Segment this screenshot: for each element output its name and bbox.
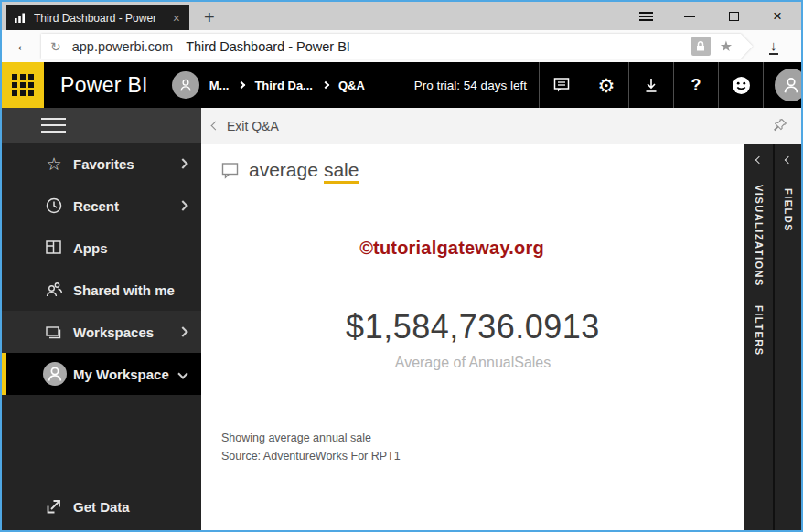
card-visual: $1,584,736.0913 Average of AnnualSales <box>201 308 744 371</box>
window-controls: × <box>624 2 799 30</box>
maximize-icon <box>729 12 739 21</box>
filters-panel-label[interactable]: FILTERS <box>754 305 765 356</box>
chevron-right-icon <box>177 326 187 336</box>
app-launcher-button[interactable] <box>2 62 44 108</box>
new-tab-button[interactable]: + <box>204 8 215 27</box>
sidebar: ☆ Favorites Recent <box>2 108 201 530</box>
powerbi-nav-bar: Power BI M... Third Da... Q&A Pro trial:… <box>2 62 801 108</box>
fields-panel-label[interactable]: FIELDS <box>783 188 794 232</box>
browser-tab[interactable]: Third Dashboard - Power × <box>6 5 189 30</box>
downloads-button[interactable]: ↓ <box>769 38 778 55</box>
favorite-star-icon[interactable]: ★ <box>720 37 733 55</box>
sidebar-item-my-workspace[interactable]: My Workspace <box>2 353 201 395</box>
close-window-button[interactable]: × <box>755 2 799 30</box>
browser-tab-strip: Third Dashboard - Power × + × <box>2 2 801 30</box>
menu-icon <box>639 12 653 21</box>
chevron-down-icon <box>177 368 187 378</box>
workspace-avatar <box>172 71 199 99</box>
fields-panel: FIELDS <box>773 144 801 530</box>
result-info: Showing average annual sale Source: Adve… <box>221 429 401 465</box>
pro-trial-badge: Pro trial: 54 days left <box>414 79 527 92</box>
expand-visualizations-chevron[interactable] <box>755 156 762 164</box>
maximize-button[interactable] <box>712 2 755 30</box>
address-url: app.powerbi.com <box>72 39 173 54</box>
chevron-right-icon <box>177 200 187 210</box>
powerbi-logo[interactable]: Power BI <box>60 73 148 98</box>
star-icon: ☆ <box>42 155 66 173</box>
feedback-icon <box>552 76 572 94</box>
address-page-title: Third Dashboard - Power BI <box>186 39 350 54</box>
sidebar-item-recent[interactable]: Recent <box>2 185 201 227</box>
back-button[interactable]: ← <box>15 36 32 56</box>
browser-address-row: ← ↻ app.powerbi.com Third Dashboard - Po… <box>2 30 801 62</box>
address-bar[interactable]: ↻ app.powerbi.com Third Dashboard - Powe… <box>41 34 753 59</box>
workspaces-icon <box>42 324 66 340</box>
my-workspace-avatar-icon <box>42 361 66 387</box>
clock-icon <box>42 197 66 215</box>
card-label: Average of AnnualSales <box>201 355 744 371</box>
browser-window: Third Dashboard - Power × + × ← ↻ app.po… <box>0 0 803 532</box>
powerbi-favicon-icon <box>14 13 27 24</box>
chevron-left-icon <box>211 122 220 131</box>
download-icon <box>642 77 660 94</box>
download-icon: ↓ <box>769 38 778 55</box>
nav-icon-group: ⚙ ? <box>539 62 801 108</box>
lock-icon[interactable] <box>691 37 711 56</box>
browser-menu-button[interactable] <box>624 2 668 30</box>
breadcrumb-dashboard[interactable]: Third Da... <box>254 79 313 92</box>
result-source: Source: AdventureWorks For RPT1 <box>221 447 401 465</box>
qa-query-text: averagesale <box>249 159 359 181</box>
sidebar-item-favorites[interactable]: ☆ Favorites <box>2 143 201 185</box>
person-icon <box>177 77 194 93</box>
get-data-icon <box>42 497 66 516</box>
tab-close-icon[interactable]: × <box>171 12 182 25</box>
sidebar-item-workspaces[interactable]: Workspaces <box>2 311 201 353</box>
expand-fields-chevron[interactable] <box>784 156 791 164</box>
apps-icon <box>42 239 66 256</box>
card-value: $1,584,736.0913 <box>201 308 744 346</box>
breadcrumb: M... Third Da... Q&A <box>172 71 365 99</box>
pin-icon <box>771 117 788 134</box>
sidebar-item-shared-with-me[interactable]: Shared with me <box>2 269 201 311</box>
help-button[interactable]: ? <box>673 62 718 108</box>
people-icon <box>42 281 66 299</box>
exit-qa-button[interactable]: Exit Q&A <box>212 119 279 133</box>
avatar <box>775 69 803 101</box>
sidebar-collapse-row <box>2 108 201 143</box>
feedback-button[interactable] <box>539 62 584 108</box>
minimize-button[interactable] <box>668 2 712 30</box>
chevron-right-icon <box>238 81 245 89</box>
chevron-right-icon <box>322 81 329 89</box>
sidebar-item-apps[interactable]: Apps <box>2 227 201 269</box>
settings-button[interactable]: ⚙ <box>584 62 628 108</box>
breadcrumb-qa[interactable]: Q&A <box>338 79 365 92</box>
breadcrumb-workspace[interactable]: M... <box>209 79 230 92</box>
tab-title: Third Dashboard - Power <box>34 12 164 25</box>
watermark-text: ©tutorialgateway.org <box>201 238 702 259</box>
download-button[interactable] <box>628 62 673 108</box>
person-icon <box>781 75 801 95</box>
qa-header-bar: Exit Q&A <box>201 108 801 144</box>
result-summary: Showing average annual sale <box>221 429 401 447</box>
work-area: ☆ Favorites Recent <box>2 108 801 530</box>
minimize-icon <box>684 16 695 17</box>
speech-bubble-icon <box>221 162 240 179</box>
main-area: Exit Q&A averagesale <box>201 108 801 530</box>
qa-canvas: averagesale ©tutorialgateway.org $1,584,… <box>201 144 744 530</box>
visualizations-panel-label[interactable]: VISUALIZATIONS <box>754 185 765 287</box>
visualizations-panel: VISUALIZATIONS FILTERS <box>744 144 773 530</box>
feedback-smiley-button[interactable] <box>718 62 763 108</box>
hamburger-icon[interactable] <box>41 118 66 133</box>
get-data-button[interactable]: Get Data <box>2 483 201 530</box>
account-avatar-button[interactable] <box>763 62 801 108</box>
qa-question-input[interactable]: averagesale <box>221 159 359 181</box>
pin-visual-button[interactable] <box>771 117 788 134</box>
waffle-icon <box>12 74 34 96</box>
chevron-right-icon <box>177 158 187 168</box>
smiley-icon <box>732 76 751 95</box>
refresh-icon[interactable]: ↻ <box>50 39 61 54</box>
qa-query-highlighted-term: sale <box>324 159 359 184</box>
qa-content: averagesale ©tutorialgateway.org $1,584,… <box>201 144 801 530</box>
